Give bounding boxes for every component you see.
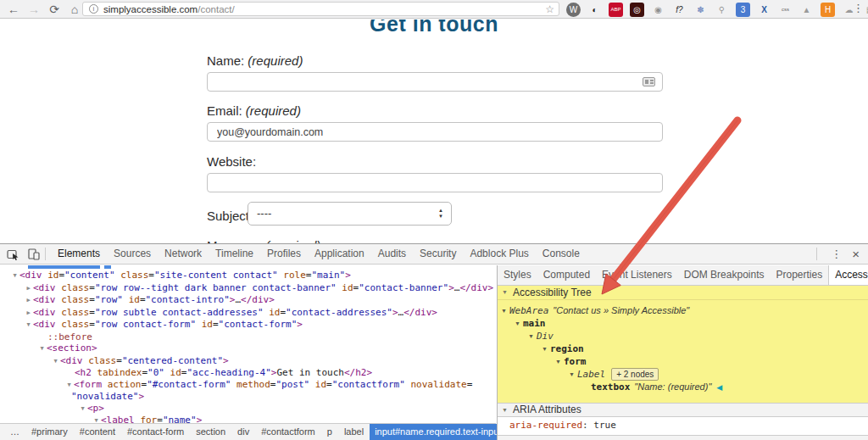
expanded-arrow-icon[interactable]: ▼ (528, 330, 537, 343)
w-circle-extension-icon[interactable]: W (566, 3, 581, 17)
accessibility-tree-row[interactable]: ▼Label+ 2 nodes (498, 368, 868, 381)
expanded-arrow-icon[interactable]: ▼ (78, 404, 87, 415)
devtools-tab-sources[interactable]: Sources (107, 244, 158, 264)
sidebar-tab-event-listeners[interactable]: Event Listeners (596, 265, 678, 285)
dom-tree-row[interactable]: "novalidate"> (0, 391, 496, 403)
breadcrumb-item[interactable]: div (231, 424, 255, 440)
contrast-extension-icon[interactable]: ◐ (587, 3, 602, 17)
collapsed-arrow-icon[interactable]: ▶ (24, 308, 33, 320)
adblock-plus-extension-icon[interactable]: ABP (609, 3, 623, 17)
breadcrumb-item[interactable]: #contact-form (121, 424, 190, 440)
collapsed-arrow-icon[interactable]: ▶ (24, 295, 33, 307)
expanded-arrow-icon[interactable]: ▼ (542, 343, 550, 355)
section-expand-icon[interactable]: ▼ (502, 286, 508, 299)
elements-dom-pane: ▼<div id="content" class="site-content c… (0, 265, 496, 424)
breadcrumb-item[interactable]: input#name.required.text-input (370, 424, 506, 440)
breadcrumb-item[interactable]: label (338, 424, 370, 440)
expanded-arrow-icon[interactable]: ▼ (569, 368, 577, 381)
devtools-tab-application[interactable]: Application (308, 244, 371, 264)
dom-tree-row[interactable]: ::before (0, 331, 496, 343)
sidebar-tab-properties[interactable]: Properties (770, 265, 828, 285)
autofill-card-icon[interactable] (643, 77, 655, 86)
expanded-arrow-icon[interactable]: ▼ (10, 270, 19, 282)
expanded-arrow-icon[interactable]: ▼ (24, 320, 33, 331)
expanded-arrow-icon[interactable]: ▼ (37, 343, 47, 355)
address-bar[interactable]: i simplyaccessible.com/contact/ ☆ (82, 2, 559, 16)
reload-icon[interactable]: ⟳ (46, 1, 63, 18)
person-extension-icon[interactable]: X (757, 3, 771, 17)
sidebar-tab-dom-breakpoints[interactable]: DOM Breakpoints (678, 265, 771, 285)
gear-extension-icon[interactable]: ✽ (693, 3, 708, 17)
h-orange-extension-icon[interactable]: H (821, 3, 835, 17)
accessibility-tree-row[interactable]: textbox"Name: (required)"◀ (498, 381, 868, 394)
aperture-extension-icon[interactable]: ◎ (630, 3, 644, 17)
css-extension-icon[interactable]: css (778, 3, 793, 17)
subject-select[interactable]: ---- ▲▼ (248, 202, 452, 226)
accessibility-tree-row[interactable]: ▼region (498, 343, 868, 355)
back-icon[interactable]: ← (5, 1, 22, 18)
breadcrumb-item[interactable]: p (321, 424, 338, 440)
dom-tree-row[interactable]: ▼<div id="content" class="site-content c… (0, 270, 496, 282)
expanded-arrow-icon[interactable]: ▼ (64, 380, 74, 392)
sidebar-tab-computed[interactable]: Computed (537, 265, 596, 285)
dom-tree-row[interactable]: <h2 tabindex="0" id="acc-heading-4">Get … (0, 367, 496, 379)
font-question-extension-icon[interactable]: f? (672, 3, 687, 17)
devtools-tab-profiles[interactable]: Profiles (260, 244, 308, 264)
section-expand-icon[interactable]: ▼ (502, 404, 508, 417)
sidebar-tab-accessibility[interactable]: Accessibility (828, 265, 868, 285)
dom-tree-row[interactable]: ▼<section> (0, 343, 496, 355)
devtools-tab-adblock-plus[interactable]: Adblock Plus (463, 244, 535, 264)
nodes-count-badge[interactable]: + 2 nodes (611, 368, 659, 381)
expanded-arrow-icon[interactable]: ▼ (555, 355, 564, 368)
accessibility-tree-row[interactable]: ▼WebArea"Contact us » Simply Accessible" (498, 304, 868, 317)
dom-tree-row[interactable]: ▼<p> (0, 403, 496, 415)
collapsed-arrow-icon[interactable]: ▶ (24, 283, 33, 295)
aria-attribute-row[interactable]: aria-required: true (498, 417, 868, 434)
breadcrumb-item[interactable]: #primary (25, 424, 74, 440)
expanded-arrow-icon[interactable]: ▼ (501, 304, 509, 317)
device-toolbar-icon[interactable] (28, 248, 40, 260)
devtools-tab-elements[interactable]: Elements (51, 244, 107, 264)
triangle-extension-icon[interactable]: ▲ (799, 3, 814, 17)
dom-tree-row[interactable]: ▶<div class="row subtle contact-addresse… (0, 307, 496, 320)
email-field-label: Email: (required) (207, 103, 301, 118)
camera-extension-icon[interactable]: ◉ (651, 3, 665, 17)
home-icon[interactable]: ⌂ (66, 1, 83, 18)
devtools-tab-console[interactable]: Console (536, 244, 587, 264)
devtools-menu-icon[interactable]: ⋮ (822, 248, 850, 260)
dom-tree-row[interactable]: ▼<div class="row contact-form" id="conta… (0, 319, 496, 331)
bookmark-star-icon[interactable]: ☆ (545, 4, 554, 14)
dom-tree-row[interactable]: ▼<div class="centered-content"> (0, 355, 496, 368)
devtools-tab-audits[interactable]: Audits (371, 244, 413, 264)
devtools-tab-security[interactable]: Security (413, 244, 463, 264)
forward-icon[interactable]: → (25, 1, 42, 18)
breadcrumb-item[interactable]: #contactform (255, 424, 321, 440)
calendar-3-extension-icon[interactable]: 3 (736, 3, 750, 17)
dom-tree-row[interactable]: ▼<form action="#contact-form" method="po… (0, 379, 496, 392)
aria-attributes-section-header[interactable]: ▼ ARIA Attributes (498, 403, 868, 417)
dom-tree-row[interactable]: ▶<div class="row" id="contact-intro">…</… (0, 294, 496, 307)
browser-menu-icon[interactable]: ⋮ (853, 2, 864, 14)
accessibility-tree-row[interactable]: ▼main (498, 317, 868, 330)
devtools-panel: ElementsSourcesNetworkTimelineProfilesAp… (0, 243, 868, 440)
sidebar-tab-styles[interactable]: Styles (498, 265, 537, 285)
accessibility-tree-section-header[interactable]: ▼ Accessibility Tree (498, 286, 868, 300)
devtools-tab-timeline[interactable]: Timeline (209, 244, 260, 264)
magnifier-extension-icon[interactable]: ⚲ (715, 3, 729, 17)
breadcrumb-item[interactable]: … (4, 424, 25, 440)
devtools-tab-network[interactable]: Network (158, 244, 209, 264)
accessibility-tree-row[interactable]: ▼form (498, 355, 868, 368)
expanded-arrow-icon[interactable]: ▼ (51, 356, 60, 368)
dom-tree-row[interactable]: ▶<div class="row row--tight dark banner … (0, 282, 496, 295)
expanded-arrow-icon[interactable]: ▼ (515, 317, 523, 330)
breadcrumb-item[interactable]: section (190, 424, 231, 440)
breadcrumb-item[interactable]: #content (74, 424, 121, 440)
page-info-icon[interactable]: i (89, 4, 98, 14)
website-input[interactable] (207, 173, 663, 192)
inspect-element-icon[interactable] (7, 248, 19, 260)
name-input[interactable] (207, 72, 663, 92)
devtools-close-icon[interactable]: × (850, 247, 868, 261)
url-text: simplyaccessible.com/contact/ (103, 4, 235, 14)
accessibility-tree-row[interactable]: ▼Div (498, 330, 868, 343)
email-input[interactable] (207, 122, 663, 142)
